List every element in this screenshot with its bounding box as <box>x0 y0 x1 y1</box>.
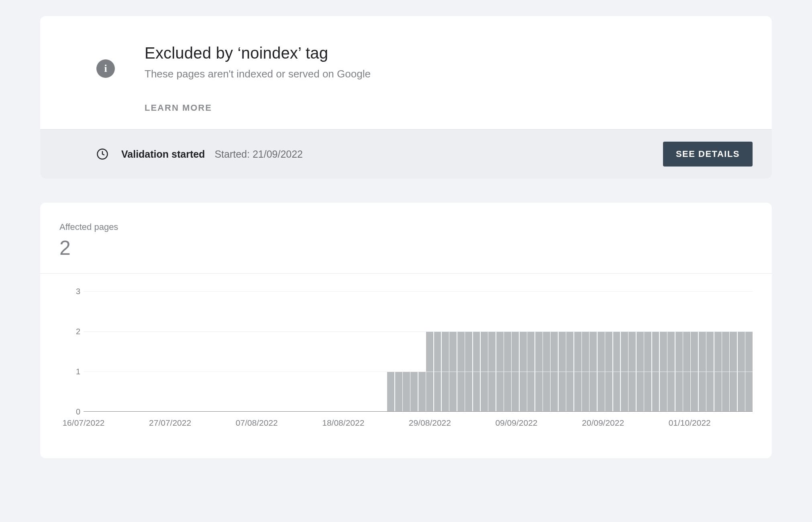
chart-bar <box>387 372 394 412</box>
validation-started-date: Started: 21/09/2022 <box>214 148 303 160</box>
clock-icon <box>96 148 108 160</box>
chart-x-tick: 09/09/2022 <box>495 418 537 428</box>
chart-y-tick: 3 <box>64 287 80 296</box>
chart-x-tick: 20/09/2022 <box>582 418 624 428</box>
chart-plot: 0123 <box>84 291 753 412</box>
chart-bar <box>395 372 402 412</box>
info-icon: i <box>96 59 115 78</box>
validation-bar: Validation started Started: 21/09/2022 S… <box>40 129 772 179</box>
chart-card: Affected pages 2 0123 16/07/202227/07/20… <box>40 203 772 458</box>
chart-area: 0123 16/07/202227/07/202207/08/202218/08… <box>40 273 772 434</box>
chart-y-tick: 1 <box>64 367 80 376</box>
chart-x-tick: 01/10/2022 <box>669 418 711 428</box>
chart-bar <box>418 372 426 412</box>
status-header: i Excluded by ‘noindex’ tag These pages … <box>40 16 772 129</box>
affected-pages-count: 2 <box>40 236 772 260</box>
chart-x-tick: 18/08/2022 <box>322 418 364 428</box>
chart-x-ticks: 16/07/202227/07/202207/08/202218/08/2022… <box>84 418 753 434</box>
chart-y-tick: 2 <box>64 327 80 336</box>
see-details-button[interactable]: SEE DETAILS <box>663 142 753 167</box>
validation-label: Validation started <box>121 148 205 160</box>
chart-x-axis <box>84 411 753 412</box>
status-subtitle: These pages aren't indexed or served on … <box>145 68 772 80</box>
chart-bars <box>84 291 753 412</box>
chart-x-tick: 27/07/2022 <box>149 418 191 428</box>
chart-x-tick: 16/07/2022 <box>62 418 104 428</box>
chart-bar <box>410 372 418 412</box>
chart-x-tick: 29/08/2022 <box>409 418 451 428</box>
chart-y-tick: 0 <box>64 407 80 416</box>
learn-more-link[interactable]: LEARN MORE <box>145 103 772 113</box>
chart-gridline <box>84 291 753 292</box>
chart-gridline <box>84 331 753 332</box>
chart-x-tick: 07/08/2022 <box>236 418 278 428</box>
status-title: Excluded by ‘noindex’ tag <box>145 44 772 62</box>
chart-gridline <box>84 372 753 372</box>
affected-pages-label: Affected pages <box>40 222 772 232</box>
chart-bar <box>403 372 410 412</box>
status-card: i Excluded by ‘noindex’ tag These pages … <box>40 16 772 179</box>
